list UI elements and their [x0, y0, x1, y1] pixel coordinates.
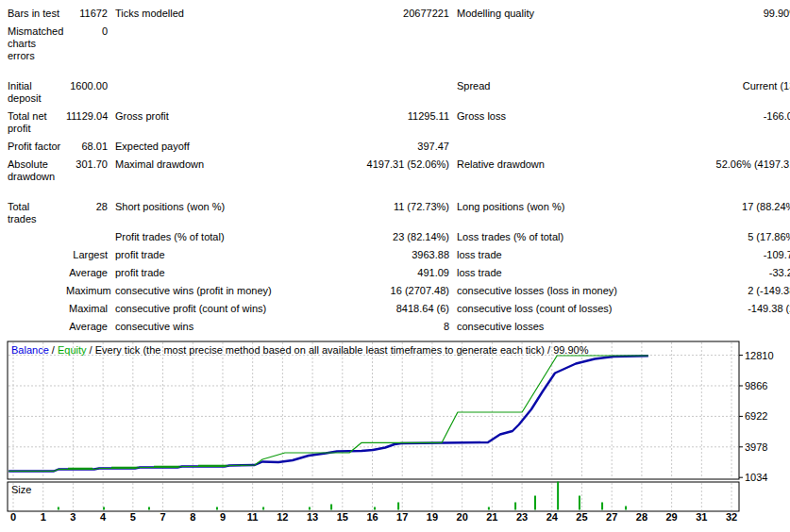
stat-label: consecutive profit (count of wins): [108, 300, 344, 318]
legend-segment: / Every tick (the most precise method ba…: [87, 344, 589, 356]
x-axis-label: 12: [277, 511, 288, 523]
stat-value: -166.07: [666, 108, 790, 138]
size-panel-label: Size: [11, 484, 31, 495]
stat-value: -149.38 (2): [666, 300, 790, 318]
stat-label: consecutive loss (count of losses): [449, 300, 666, 318]
x-axis-label: 23: [516, 511, 528, 523]
x-axis-label: 25: [576, 511, 587, 523]
report-row: Averageconsecutive wins8consecutive loss…: [8, 318, 790, 336]
x-axis-label: 3: [70, 511, 76, 523]
legend-segment: Equity: [58, 344, 87, 356]
x-axis-label: 11: [247, 511, 259, 523]
stat-label: [449, 138, 666, 156]
x-axis-label: 7: [160, 511, 165, 523]
x-axis-label: 0: [10, 511, 16, 523]
report-row: Absolute drawdown301.70Maximal drawdown4…: [8, 156, 790, 186]
stat-label: Gross profit: [108, 108, 344, 138]
x-axis-label: 27: [606, 511, 617, 523]
x-axis-label: 24: [546, 511, 559, 523]
stat-label: consecutive wins: [108, 318, 344, 336]
stat-value: 2 (-149.38): [666, 282, 790, 300]
stat-value: 1: [666, 318, 790, 336]
stat-value: Maximum: [66, 282, 108, 300]
spacer-row: [8, 65, 790, 77]
stat-label: consecutive wins (profit in money): [108, 282, 344, 300]
report-row: Maximalconsecutive profit (count of wins…: [8, 300, 790, 318]
stat-label: Bars in test: [8, 5, 66, 23]
stat-label: [449, 23, 666, 65]
stat-label: [8, 300, 66, 318]
stat-value: 8418.64 (6): [344, 300, 449, 318]
spacer-row: [8, 186, 790, 198]
stat-value: 23 (82.14%): [344, 228, 449, 246]
report-row: Total net profit11129.04Gross profit1129…: [8, 108, 790, 138]
stat-value: 4197.31 (52.06%): [344, 156, 449, 186]
stat-label: Long positions (won %): [449, 198, 666, 228]
stat-value: [666, 23, 790, 65]
stat-value: 20677221: [344, 5, 449, 23]
stat-value: 1600.00: [66, 77, 108, 108]
y-axis-label: 3978: [745, 441, 767, 453]
stat-label: Ticks modelled: [108, 5, 344, 23]
stat-label: Absolute drawdown: [8, 156, 66, 186]
stat-value: 17 (88.24%): [666, 198, 790, 228]
stat-value: 5 (17.86%): [666, 228, 790, 246]
stat-label: Mismatched charts errors: [8, 23, 66, 65]
stat-value: [344, 23, 449, 65]
x-axis-label: 5: [130, 511, 136, 523]
stat-value: 11 (72.73%): [344, 198, 449, 228]
stat-value: 0: [66, 23, 108, 65]
stat-value: 11129.04: [66, 108, 108, 138]
y-axis-label: 12810: [745, 350, 774, 361]
y-axis-label: 1034: [745, 472, 767, 483]
stat-label: Total trades: [8, 198, 66, 228]
report-table: Bars in test11672Ticks modelled20677221M…: [8, 5, 790, 336]
stat-value: 8: [344, 318, 449, 336]
report-row: Profit factor68.01Expected payoff397.47: [8, 138, 790, 156]
chart-legend: Balance / Equity / Every tick (the most …: [11, 344, 589, 356]
stat-label: Gross loss: [449, 108, 666, 138]
stat-value: [66, 228, 108, 246]
stat-label: consecutive losses (loss in money): [449, 282, 666, 300]
stat-value: 491.09: [344, 264, 449, 282]
report-row: Bars in test11672Ticks modelled20677221M…: [8, 5, 790, 23]
stat-label: Maximal drawdown: [108, 156, 344, 186]
y-axis-label: 9866: [745, 380, 767, 391]
report-row: Maximumconsecutive wins (profit in money…: [8, 282, 790, 300]
stat-value: 11672: [66, 5, 108, 23]
legend-segment: /: [49, 344, 58, 356]
x-axis-label: 20: [457, 511, 468, 523]
x-axis-label: 21: [486, 511, 497, 523]
stat-value: Average: [66, 264, 108, 282]
stat-label: profit trade: [108, 246, 344, 264]
x-axis-label: 8: [190, 511, 195, 523]
x-axis-label: 28: [636, 511, 647, 523]
report-row: Total trades28Short positions (won %)11 …: [8, 198, 790, 228]
stat-label: Profit factor: [8, 138, 66, 156]
stat-label: [108, 23, 344, 65]
tester-graph: 0134578911121315161719202123242527282931…: [0, 338, 790, 532]
x-axis-label: 32: [726, 511, 737, 523]
stat-label: [108, 77, 344, 108]
stat-label: [8, 228, 66, 246]
stat-label: Initial deposit: [8, 77, 66, 108]
x-axis-label: 15: [337, 511, 348, 523]
stat-value: -109.71: [666, 246, 790, 264]
stat-label: profit trade: [108, 264, 344, 282]
stat-label: Relative drawdown: [449, 156, 666, 186]
stat-value: 397.47: [344, 138, 449, 156]
stat-value: Average: [66, 318, 108, 336]
report-row: Largestprofit trade3963.88loss trade-109…: [8, 246, 790, 264]
stat-label: Modelling quality: [449, 5, 666, 23]
stat-label: loss trade: [449, 264, 666, 282]
stat-label: Short positions (won %): [108, 198, 344, 228]
stat-label: loss trade: [449, 246, 666, 264]
report-row: Averageprofit trade491.09loss trade-33.2…: [8, 264, 790, 282]
x-axis-label: 16: [366, 511, 378, 523]
report-row: Initial deposit1600.00SpreadCurrent (13): [8, 77, 790, 108]
stat-value: -33.21: [666, 264, 790, 282]
stat-label: Expected payoff: [108, 138, 344, 156]
y-axis-label: 6922: [745, 410, 767, 422]
stat-label: Profit trades (% of total): [108, 228, 344, 246]
stat-label: Loss trades (% of total): [449, 228, 666, 246]
